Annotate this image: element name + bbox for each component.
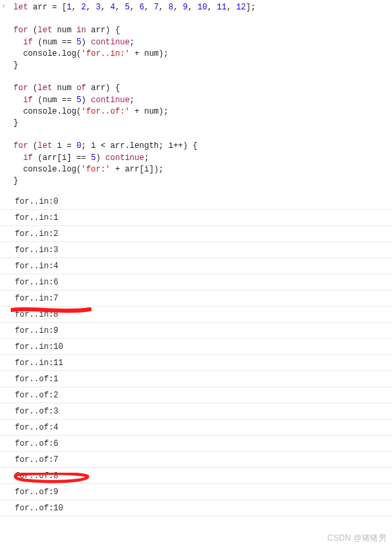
console-log-line: for..in:11 (0, 355, 392, 371)
console-log-line: for..of:3 (0, 403, 392, 420)
console-log-line: for..of:10 (0, 500, 392, 516)
console-log-line: for..of:7 (0, 452, 392, 468)
code-input-block[interactable]: let arr = [1, 2, 3, 4, 5, 6, 7, 8, 9, 10… (9, 0, 256, 194)
console-log-line: for..in:6 (0, 274, 392, 290)
console-log-line: for..in:0 (0, 194, 392, 210)
kw-continue: continue (91, 38, 130, 47)
console-log-line: for..in:8 (0, 307, 392, 323)
console-log-line: for..of:6 (0, 436, 392, 452)
console-log-line: for..of:9 (0, 484, 392, 500)
kw-in: in (77, 26, 86, 35)
id-arr: arr (33, 3, 48, 12)
console-log-line: for..in:9 (0, 323, 392, 339)
console-log-line: for..in:1 (0, 210, 392, 226)
kw-of: of (77, 83, 86, 93)
kw-let: let (13, 3, 28, 12)
string-literal: 'for..in:' (81, 49, 130, 58)
console-log-line: for..in:10 (0, 339, 392, 355)
console-log-line: for..of:4 (0, 420, 392, 436)
console-input-chevron-icon: › (0, 0, 9, 10)
console-log-line: for..of:8 (0, 468, 392, 484)
console-log-line: for..in:4 (0, 258, 392, 274)
console-log-line: for..in:7 (0, 290, 392, 307)
kw-for: for (13, 26, 28, 35)
console-log-line: for..of:2 (0, 387, 392, 403)
console-log-line: for..in:3 (0, 242, 392, 258)
console-output-block: for..in:0for..in:1for..in:2for..in:3for.… (0, 194, 392, 516)
console-log-line: for..of:1 (0, 371, 392, 387)
console-log-line: for..in:2 (0, 226, 392, 242)
